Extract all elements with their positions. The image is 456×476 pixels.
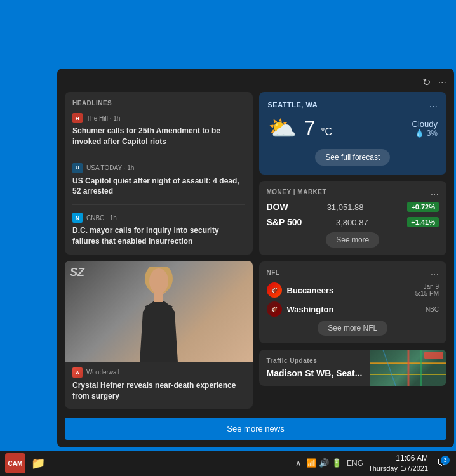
image-headline: Crystal Hefner reveals near-death experi… bbox=[65, 380, 253, 409]
source-name: The Hill · 1h bbox=[86, 115, 120, 122]
headlines-label: HEADLINES bbox=[72, 100, 245, 107]
wonderwall-label: Wonderwall bbox=[86, 369, 119, 376]
buccaneers-logo: 🏈 bbox=[267, 282, 282, 298]
market-dow-value: 31,051.88 bbox=[327, 202, 364, 212]
desktop: ↻ ··· HEADLINES H The Hill · 1h Schumer … bbox=[0, 0, 456, 476]
market-see-more-button[interactable]: See more bbox=[326, 232, 379, 248]
market-row-dow: DOW 31,051.88 +0.72% bbox=[267, 202, 439, 212]
panel-header: ↻ ··· bbox=[65, 76, 446, 88]
washington-logo: 🏈 bbox=[267, 301, 282, 317]
weather-more-icon[interactable]: ··· bbox=[429, 101, 438, 112]
market-sp500-change: +1.41% bbox=[407, 217, 439, 227]
game-date: Jan 9 bbox=[415, 283, 439, 290]
market-sp500-value: 3,800.87 bbox=[336, 218, 368, 227]
weather-precip: 💧 3% bbox=[412, 129, 438, 138]
market-dow-change: +0.72% bbox=[407, 202, 439, 212]
image-source-row: W Wonderwall bbox=[65, 362, 253, 380]
source-icon-hill: H bbox=[72, 113, 83, 123]
market-sp500-name: S&P 500 bbox=[267, 217, 302, 227]
weather-temp-display: 7 °C bbox=[304, 117, 333, 140]
panel-header-icons: ↻ ··· bbox=[422, 76, 446, 88]
system-tray: ∧ 📶 🔊 🔋 bbox=[293, 458, 342, 468]
market-dow-name: DOW bbox=[267, 202, 288, 212]
temp-unit: °C bbox=[321, 126, 332, 137]
weather-main: ⛅ 7 °C Cloudy 💧 3% bbox=[268, 115, 438, 142]
weather-card: SEATTLE, WA ··· ⛅ 7 °C Cloudy 💧 3% bbox=[259, 92, 447, 175]
temp-value: 7 bbox=[304, 117, 316, 140]
buccaneers-name: Buccaneers bbox=[287, 286, 415, 295]
market-row-sp500: S&P 500 3,800.87 +1.41% bbox=[267, 217, 439, 227]
news-item[interactable]: H The Hill · 1h Schumer calls for 25th A… bbox=[72, 113, 245, 155]
game-network: NBC bbox=[426, 306, 439, 313]
language-indicator: ENG bbox=[347, 459, 363, 468]
traffic-map-lines bbox=[370, 350, 446, 386]
image-card[interactable]: SZ W bbox=[65, 261, 253, 409]
news-item[interactable]: N CNBC · 1h D.C. mayor calls for inquiry… bbox=[72, 213, 245, 247]
notification-badge: 3 bbox=[441, 456, 450, 465]
svg-point-2 bbox=[149, 268, 168, 294]
game-info: Jan 9 5:15 PM bbox=[415, 283, 439, 297]
weather-condition: Cloudy bbox=[412, 119, 438, 129]
washington-name: Washington bbox=[287, 305, 426, 314]
market-more-icon[interactable]: ··· bbox=[431, 188, 439, 200]
network-icon: 📶 bbox=[306, 458, 316, 468]
taskbar-cam-icon[interactable]: CAM bbox=[5, 453, 25, 473]
source-name: USA TODAY · 1h bbox=[86, 164, 134, 171]
game-time: 5:15 PM bbox=[415, 290, 439, 297]
refresh-icon[interactable]: ↻ bbox=[422, 76, 431, 88]
notification-button[interactable]: 🗨 3 bbox=[433, 454, 451, 472]
taskbar-left: CAM 📁 bbox=[5, 453, 48, 473]
taskbar-clock[interactable]: 11:06 AM Thursday, 1/7/2021 bbox=[368, 454, 428, 473]
cam-label: CAM bbox=[8, 460, 23, 467]
volume-icon[interactable]: 🔊 bbox=[319, 458, 329, 468]
game-network-info: NBC bbox=[426, 306, 439, 313]
game-row-washington: 🏈 Washington NBC bbox=[267, 301, 439, 317]
svg-line-8 bbox=[383, 350, 396, 386]
battery-icon: 🔋 bbox=[332, 458, 342, 468]
news-source: U USA TODAY · 1h bbox=[72, 163, 245, 173]
weather-condition-block: Cloudy 💧 3% bbox=[412, 119, 438, 138]
news-headline: D.C. mayor calls for inquiry into securi… bbox=[72, 225, 245, 247]
precip-value: 3% bbox=[427, 129, 438, 138]
market-card: MONEY | MARKET ··· DOW 31,051.88 +0.72% … bbox=[259, 181, 447, 255]
news-panel: ↻ ··· HEADLINES H The Hill · 1h Schumer … bbox=[57, 69, 454, 447]
news-source: H The Hill · 1h bbox=[72, 113, 245, 123]
headlines-card: HEADLINES H The Hill · 1h Schumer calls … bbox=[65, 92, 253, 255]
see-forecast-button[interactable]: See full forecast bbox=[315, 149, 390, 166]
nfl-see-more-button[interactable]: See more NFL bbox=[318, 321, 387, 336]
source-icon-wonderwall: W bbox=[72, 367, 83, 378]
left-column: HEADLINES H The Hill · 1h Schumer calls … bbox=[65, 92, 253, 409]
weather-location: SEATTLE, WA bbox=[268, 101, 438, 109]
see-more-news-button[interactable]: See more news bbox=[65, 418, 446, 440]
nfl-card: NFL ··· 🏈 Buccaneers Jan 9 5:15 PM 🏈 Was… bbox=[259, 261, 447, 343]
taskbar-folder-icon[interactable]: 📁 bbox=[28, 453, 48, 473]
source-name: CNBC · 1h bbox=[86, 215, 117, 221]
nfl-label: NFL bbox=[267, 269, 439, 276]
woman-silhouette bbox=[130, 267, 187, 362]
taskbar-right: ∧ 📶 🔊 🔋 ENG 11:06 AM Thursday, 1/7/2021 … bbox=[293, 454, 451, 473]
news-item[interactable]: U USA TODAY · 1h US Capitol quiet after … bbox=[72, 163, 245, 206]
news-headline: US Capitol quiet after night of assault:… bbox=[72, 176, 245, 197]
traffic-card: Traffic Updates Madison St WB, Seat... bbox=[259, 350, 447, 386]
news-source: N CNBC · 1h bbox=[72, 213, 245, 223]
weather-cloud-icon: ⛅ bbox=[268, 115, 297, 142]
weather-temperature: 7 °C bbox=[304, 117, 333, 140]
article-image: SZ bbox=[65, 261, 253, 362]
right-column: SEATTLE, WA ··· ⛅ 7 °C Cloudy 💧 3% bbox=[259, 92, 447, 409]
clock-time: 11:06 AM bbox=[368, 454, 428, 464]
taskbar: CAM 📁 ∧ 📶 🔊 🔋 ENG 11:06 AM Thursday, 1/7… bbox=[0, 451, 456, 476]
source-icon-cnbc: N bbox=[72, 213, 83, 223]
news-headline: Schumer calls for 25th Amendment to be i… bbox=[72, 126, 245, 147]
nfl-more-icon[interactable]: ··· bbox=[431, 269, 439, 281]
svg-rect-3 bbox=[154, 293, 163, 302]
svg-rect-9 bbox=[424, 352, 443, 359]
clock-date: Thursday, 1/7/2021 bbox=[368, 464, 428, 473]
more-options-icon[interactable]: ··· bbox=[438, 77, 446, 88]
chevron-up-icon[interactable]: ∧ bbox=[293, 458, 304, 468]
game-row-buccaneers: 🏈 Buccaneers Jan 9 5:15 PM bbox=[267, 282, 439, 298]
market-label: MONEY | MARKET bbox=[267, 188, 439, 195]
source-icon-usa: U bbox=[72, 163, 83, 173]
overlay-text: SZ bbox=[70, 266, 84, 279]
